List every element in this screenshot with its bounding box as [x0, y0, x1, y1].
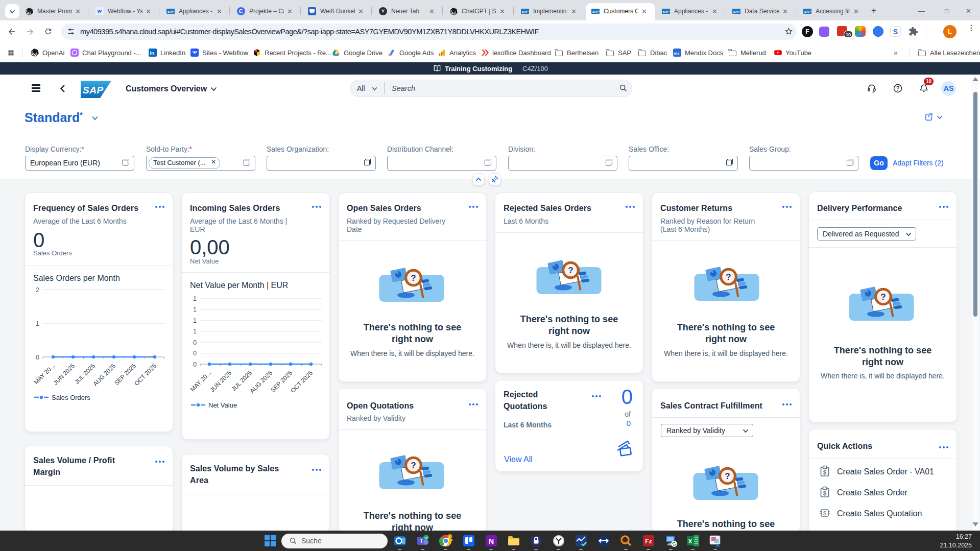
svg-text:$: $ [823, 510, 826, 516]
svg-text:Fz: Fz [645, 538, 652, 545]
svg-text:N: N [489, 537, 494, 545]
svg-text:0: 0 [193, 350, 197, 357]
svg-text:JUN 2025: JUN 2025 [52, 362, 76, 387]
svg-text:SAP: SAP [663, 10, 670, 13]
svg-text:1: 1 [193, 328, 197, 335]
svg-text:1: 1 [36, 320, 39, 327]
svg-text:SAP: SAP [168, 10, 174, 13]
svg-text:AUG 2025: AUG 2025 [249, 369, 274, 395]
svg-text:in: in [150, 51, 154, 56]
svg-text:0: 0 [193, 339, 197, 346]
svg-text:Sales Orders: Sales Orders [52, 394, 90, 401]
svg-text:C: C [239, 9, 243, 14]
svg-text:AUG 2025: AUG 2025 [92, 362, 117, 388]
svg-text:SAP: SAP [592, 10, 599, 13]
svg-text:SAP: SAP [733, 10, 740, 13]
svg-text:L: L [449, 535, 451, 539]
svg-text:Net Value: Net Value [208, 401, 237, 409]
svg-text:SAP: SAP [522, 10, 529, 13]
svg-text:X: X [688, 538, 692, 544]
svg-text:1: 1 [193, 317, 197, 324]
svg-text:0: 0 [193, 361, 197, 368]
svg-text:2: 2 [36, 286, 39, 294]
svg-text:T: T [420, 538, 423, 544]
svg-text:1: 1 [193, 295, 197, 302]
svg-text:JUN 2025: JUN 2025 [208, 369, 233, 394]
svg-text:0: 0 [36, 354, 39, 361]
svg-text:SAP: SAP [83, 85, 104, 95]
svg-text:OCT 2025: OCT 2025 [133, 362, 158, 387]
svg-text:1: 1 [193, 306, 197, 313]
svg-text:mx: mx [674, 51, 680, 56]
svg-text:SAP: SAP [804, 10, 811, 13]
svg-text:OCT 2025: OCT 2025 [289, 369, 314, 394]
